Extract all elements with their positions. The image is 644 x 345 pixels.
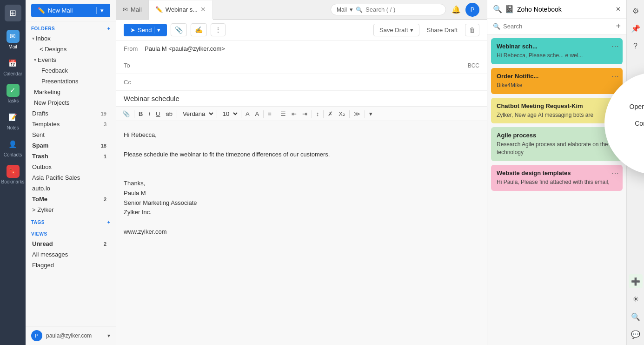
clear-format-button[interactable]: ✗	[325, 109, 335, 119]
delete-draft-button[interactable]: 🗑	[465, 24, 479, 36]
share-draft-button[interactable]: Share Draft	[423, 24, 461, 36]
context-menu-open-notebook[interactable]: Open in Notebook	[614, 99, 644, 114]
bold-button[interactable]: B	[136, 109, 145, 119]
cc-field[interactable]: Cc	[116, 74, 487, 91]
sidebar-item-events[interactable]: ▾ Events	[26, 54, 112, 65]
notebook-title: Zoho Notebook	[517, 6, 616, 13]
email-body[interactable]: Hi Rebecca, Please schedule the webinar …	[116, 121, 487, 345]
context-menu-compose-mail[interactable]: Compose Mail	[614, 116, 644, 131]
to-field[interactable]: To BCC	[116, 57, 487, 74]
save-draft-button[interactable]: Save Draft ▾	[373, 24, 419, 36]
note-card-agile[interactable]: ⋯ Agile process Research Agile process a…	[491, 127, 623, 161]
send-button[interactable]: ➤ Send ▾	[124, 24, 167, 36]
sidebar-item-all-messages[interactable]: All messages	[26, 249, 112, 260]
sidebar-item-zylker[interactable]: > Zylker	[26, 204, 112, 215]
strikethrough-button[interactable]: ab	[163, 109, 174, 119]
line-spacing-button[interactable]: ↕	[314, 109, 322, 119]
tab-mail[interactable]: ✉ Mail	[116, 0, 149, 19]
note-title-agile: Agile process	[497, 132, 617, 139]
indent-button[interactable]: ⇥	[300, 109, 310, 119]
sidebar-item-contacts[interactable]: 👤 Contacts	[0, 135, 26, 160]
sidebar-header: ✏️ New Mail ▾	[26, 0, 116, 21]
add-icon-btn[interactable]: ➕	[629, 274, 643, 288]
italic-button[interactable]: I	[146, 109, 153, 119]
notebook-search-input[interactable]	[503, 23, 613, 30]
note-card-webinar[interactable]: ⋯ Webinar sch... Hi Rebecca, Please sche…	[491, 38, 623, 64]
sidebar-item-outbox[interactable]: Outbox	[26, 162, 112, 172]
sidebar-item-mail[interactable]: ✉ Mail	[0, 27, 26, 52]
highlight-button[interactable]: A	[253, 109, 262, 119]
cc-label: Cc	[124, 79, 145, 86]
pin2-icon-btn[interactable]: 🔍	[629, 310, 643, 324]
sidebar-item-notes[interactable]: 📝 Notes	[0, 108, 26, 133]
bcc-button[interactable]: BCC	[468, 62, 479, 69]
note-card-chatbot[interactable]: ⋯ Chatbot Meeting Request-Kim Zylker, Ne…	[491, 98, 623, 124]
sidebar-item-marketing[interactable]: Marketing	[26, 87, 112, 97]
sidebar-item-calendar[interactable]: 📅 Calendar	[0, 54, 26, 79]
sidebar-item-new-projects[interactable]: New Projects	[26, 97, 112, 108]
add-tag-button[interactable]: +	[107, 220, 110, 225]
expand-toolbar-button[interactable]: ▾	[367, 109, 375, 119]
chat-icon-btn[interactable]: 💬	[629, 327, 643, 341]
more-format-button[interactable]: ≫	[352, 109, 363, 119]
apps-grid-button[interactable]: ⊞	[5, 5, 21, 21]
add-folder-button[interactable]: +	[107, 26, 110, 31]
font-color-button[interactable]: A	[243, 109, 252, 119]
note-menu-webinar[interactable]: ⋯	[611, 42, 619, 51]
note-card-website[interactable]: ⋯ Website design templates Hi Paula, Ple…	[491, 165, 623, 191]
send-dropdown-arrow[interactable]: ▾	[154, 27, 160, 34]
subject-field[interactable]: Webinar schedule	[116, 91, 487, 107]
tab-webinar[interactable]: ✏️ Webinar s... ✕	[149, 0, 213, 20]
sidebar-item-feedback[interactable]: Feedback	[26, 65, 112, 76]
sidebar-item-trash[interactable]: Trash 1	[26, 151, 112, 162]
search-scope-arrow[interactable]: ▾	[350, 6, 353, 13]
outdent-button[interactable]: ⇤	[289, 109, 299, 119]
user-avatar[interactable]: P	[465, 3, 479, 17]
search-scope-label[interactable]: Mail	[337, 7, 347, 13]
sidebar-item-templates[interactable]: Templates 3	[26, 119, 112, 129]
search-input[interactable]	[365, 6, 440, 13]
sidebar-item-tome[interactable]: ToMe 2	[26, 194, 112, 204]
sidebar-item-flagged[interactable]: Flagged	[26, 260, 112, 271]
underline-button[interactable]: U	[153, 109, 162, 119]
sidebar-item-inbox[interactable]: ▾ Inbox	[26, 33, 112, 44]
avatar: P	[31, 330, 42, 341]
sidebar-item-unread[interactable]: Unread 2	[26, 238, 112, 249]
webinar-tab-close[interactable]: ✕	[200, 6, 206, 13]
more-options-button[interactable]: ⋮	[211, 23, 226, 36]
font-size-select[interactable]: 10	[219, 109, 239, 119]
help-icon-btn[interactable]: ?	[629, 39, 643, 53]
sidebar-item-spam[interactable]: Spam 18	[26, 140, 112, 151]
font-family-select[interactable]: Verdana	[179, 109, 215, 119]
from-value: Paula M <paula@zylker.com>	[145, 45, 479, 52]
save-draft-arrow[interactable]: ▾	[410, 27, 413, 34]
settings-icon-btn[interactable]: ⚙	[629, 4, 643, 18]
note-card-order[interactable]: ⋯ Order Notific... Bike4Mike	[491, 68, 623, 94]
subscript-button[interactable]: X₂	[336, 109, 347, 119]
new-mail-dropdown-arrow[interactable]: ▾	[96, 7, 104, 14]
note-title-chatbot: Chatbot Meeting Request-Kim	[497, 102, 617, 109]
pin-icon-btn[interactable]: 📌	[629, 21, 643, 35]
align-button[interactable]: ≡	[266, 109, 274, 119]
sidebar-item-tasks[interactable]: ✓ Tasks	[0, 81, 26, 106]
user-account[interactable]: P paula@zylker.com ▾	[26, 326, 116, 345]
context-menu-delete[interactable]: Delete	[614, 133, 644, 148]
notebook-close-button[interactable]: ✕	[616, 6, 621, 13]
sidebar-item-sent[interactable]: Sent	[26, 129, 112, 140]
compose-icon: ✏️	[38, 7, 45, 14]
filter-icon-btn[interactable]: ☀	[629, 292, 643, 306]
attachment-toolbar-btn[interactable]: 📎	[120, 109, 132, 119]
account-dropdown-arrow[interactable]: ▾	[107, 332, 110, 339]
sidebar-item-bookmarks[interactable]: 🔖 Bookmarks	[0, 162, 26, 187]
sidebar-item-autoio[interactable]: auto.io	[26, 183, 112, 194]
sidebar-item-asia-pacific[interactable]: Asia Pacific Sales	[26, 172, 112, 183]
notification-icon[interactable]: 🔔	[451, 5, 461, 14]
sidebar-item-drafts[interactable]: Drafts 19	[26, 108, 112, 119]
bullet-list-button[interactable]: ☰	[278, 109, 288, 119]
sidebar-item-designs[interactable]: < Designs	[26, 44, 112, 54]
notebook-add-button[interactable]: +	[616, 21, 621, 31]
sidebar-item-presentations[interactable]: Presentations	[26, 76, 112, 87]
attachment-button[interactable]: 📎	[171, 23, 187, 36]
new-mail-button[interactable]: ✏️ New Mail ▾	[31, 4, 110, 17]
signature-button[interactable]: ✍	[191, 23, 207, 36]
